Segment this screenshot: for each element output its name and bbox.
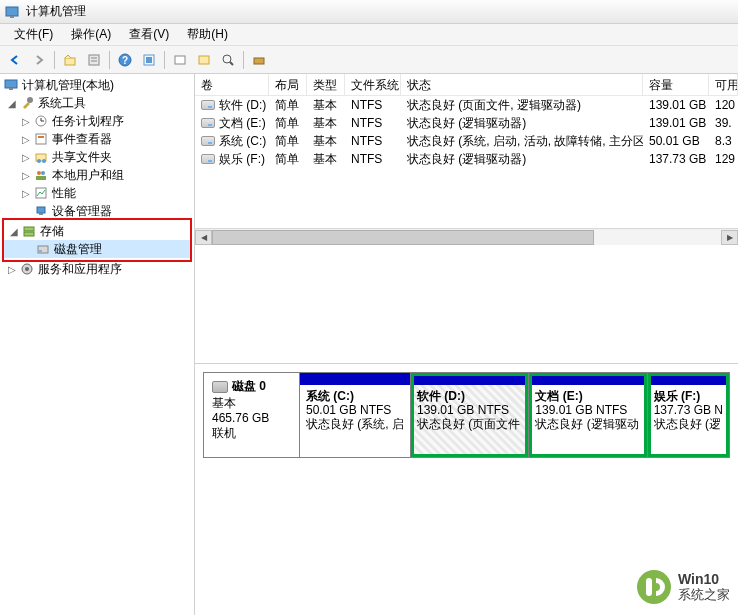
svg-text:?: ? bbox=[122, 55, 128, 66]
svg-point-38 bbox=[637, 570, 671, 604]
drive-icon bbox=[201, 136, 215, 146]
svg-point-12 bbox=[223, 55, 231, 63]
toolbar-separator bbox=[54, 51, 55, 69]
expand-icon[interactable]: ▷ bbox=[20, 134, 32, 145]
svg-rect-10 bbox=[175, 56, 185, 64]
volume-list-body: 软件 (D:) 简单 基本 NTFS 状态良好 (页面文件, 逻辑驱动器) 13… bbox=[195, 96, 738, 168]
scroll-left-button[interactable]: ◀ bbox=[195, 230, 212, 245]
disk-icon bbox=[212, 381, 228, 393]
storage-icon bbox=[21, 223, 37, 239]
menu-help[interactable]: 帮助(H) bbox=[179, 24, 236, 45]
drive-icon bbox=[201, 118, 215, 128]
col-type[interactable]: 类型 bbox=[307, 74, 345, 95]
partition-f[interactable]: 娱乐 (F:) 137.73 GB N 状态良好 (逻 bbox=[648, 373, 729, 457]
main-area: 计算机管理(本地) ◢ 系统工具 ▷ 任务计划程序 ▷ 事件查看器 ▷ 共享文件… bbox=[0, 74, 738, 615]
tb-icon-2[interactable] bbox=[193, 49, 215, 71]
right-panel: 卷 布局 类型 文件系统 状态 容量 可用 软件 (D:) 简单 基本 NTFS… bbox=[195, 74, 738, 615]
svg-point-37 bbox=[25, 267, 29, 271]
up-button[interactable] bbox=[59, 49, 81, 71]
clock-icon bbox=[33, 113, 49, 129]
partition-header bbox=[529, 373, 646, 385]
partition-header bbox=[411, 373, 528, 385]
expand-icon[interactable]: ▷ bbox=[20, 170, 32, 181]
app-icon bbox=[4, 4, 20, 20]
tree-task-scheduler[interactable]: ▷ 任务计划程序 bbox=[2, 112, 192, 130]
volume-row[interactable]: 文档 (E:) 简单 基本 NTFS 状态良好 (逻辑驱动器) 139.01 G… bbox=[195, 114, 738, 132]
tb-icon-3[interactable] bbox=[217, 49, 239, 71]
help-button[interactable]: ? bbox=[114, 49, 136, 71]
drive-icon bbox=[201, 154, 215, 164]
svg-rect-3 bbox=[89, 55, 99, 65]
disk-row: 磁盘 0 基本 465.76 GB 联机 系统 (C:) 50.01 GB NT… bbox=[203, 372, 730, 458]
volume-list-header: 卷 布局 类型 文件系统 状态 容量 可用 bbox=[195, 74, 738, 96]
services-icon bbox=[19, 261, 35, 277]
tb-icon-4[interactable] bbox=[248, 49, 270, 71]
svg-rect-30 bbox=[37, 207, 45, 213]
titlebar: 计算机管理 bbox=[0, 0, 738, 24]
volume-row[interactable]: 软件 (D:) 简单 基本 NTFS 状态良好 (页面文件, 逻辑驱动器) 13… bbox=[195, 96, 738, 114]
tree-local-users[interactable]: ▷ 本地用户和组 bbox=[2, 166, 192, 184]
svg-line-13 bbox=[230, 62, 233, 65]
tree-disk-management[interactable]: 磁盘管理 bbox=[4, 240, 190, 258]
scroll-thumb[interactable] bbox=[212, 230, 594, 245]
partition-d[interactable]: 软件 (D:) 139.01 GB NTFS 状态良好 (页面文件 bbox=[411, 373, 529, 457]
tree-shared-folders[interactable]: ▷ 共享文件夹 bbox=[2, 148, 192, 166]
tree-services-apps[interactable]: ▷ 服务和应用程序 bbox=[2, 260, 192, 278]
svg-rect-14 bbox=[254, 58, 264, 64]
menu-file[interactable]: 文件(F) bbox=[6, 24, 61, 45]
forward-button[interactable] bbox=[28, 49, 50, 71]
expand-icon[interactable]: ▷ bbox=[20, 188, 32, 199]
svg-rect-11 bbox=[199, 56, 209, 64]
tree-storage[interactable]: ◢ 存储 bbox=[4, 222, 190, 240]
svg-rect-32 bbox=[24, 227, 34, 231]
col-capacity[interactable]: 容量 bbox=[643, 74, 709, 95]
scroll-right-button[interactable]: ▶ bbox=[721, 230, 738, 245]
svg-rect-31 bbox=[39, 213, 43, 215]
svg-rect-9 bbox=[146, 57, 152, 63]
logo-icon bbox=[636, 569, 672, 605]
col-status[interactable]: 状态 bbox=[401, 74, 643, 95]
refresh-button[interactable] bbox=[138, 49, 160, 71]
col-free[interactable]: 可用 bbox=[709, 74, 738, 95]
highlight-box: ◢ 存储 磁盘管理 bbox=[2, 218, 192, 262]
volume-row[interactable]: 系统 (C:) 简单 基本 NTFS 状态良好 (系统, 启动, 活动, 故障转… bbox=[195, 132, 738, 150]
watermark-line2: 系统之家 bbox=[678, 587, 730, 603]
col-layout[interactable]: 布局 bbox=[269, 74, 307, 95]
col-volume[interactable]: 卷 bbox=[195, 74, 269, 95]
tree-system-tools[interactable]: ◢ 系统工具 bbox=[2, 94, 192, 112]
tb-icon-1[interactable] bbox=[169, 49, 191, 71]
svg-rect-16 bbox=[9, 88, 13, 90]
back-button[interactable] bbox=[4, 49, 26, 71]
properties-button[interactable] bbox=[83, 49, 105, 71]
partition-e[interactable]: 文档 (E:) 139.01 GB NTFS 状态良好 (逻辑驱动 bbox=[529, 373, 647, 457]
toolbar-separator bbox=[243, 51, 244, 69]
partition-header bbox=[300, 373, 410, 385]
expand-icon[interactable]: ▷ bbox=[20, 152, 32, 163]
svg-rect-22 bbox=[38, 136, 44, 138]
folder-share-icon bbox=[33, 149, 49, 165]
svg-rect-21 bbox=[36, 134, 46, 144]
col-fs[interactable]: 文件系统 bbox=[345, 74, 401, 95]
tree-performance[interactable]: ▷ 性能 bbox=[2, 184, 192, 202]
horizontal-scrollbar[interactable]: ◀ ▶ bbox=[195, 228, 738, 245]
svg-rect-2 bbox=[65, 58, 75, 65]
tree-event-viewer[interactable]: ▷ 事件查看器 bbox=[2, 130, 192, 148]
collapse-icon[interactable]: ◢ bbox=[6, 98, 18, 109]
tree-root[interactable]: 计算机管理(本地) bbox=[2, 76, 192, 94]
menu-action[interactable]: 操作(A) bbox=[63, 24, 119, 45]
scroll-track[interactable] bbox=[212, 230, 721, 245]
watermark-line1: Win10 bbox=[678, 571, 730, 587]
svg-point-27 bbox=[41, 171, 45, 175]
disk-info[interactable]: 磁盘 0 基本 465.76 GB 联机 bbox=[204, 373, 300, 457]
collapse-icon[interactable]: ◢ bbox=[8, 226, 20, 237]
device-icon bbox=[33, 203, 49, 219]
volume-row[interactable]: 娱乐 (F:) 简单 基本 NTFS 状态良好 (逻辑驱动器) 137.73 G… bbox=[195, 150, 738, 168]
svg-rect-1 bbox=[10, 16, 14, 18]
computer-icon bbox=[3, 77, 19, 93]
disk-icon bbox=[35, 241, 51, 257]
tree-panel[interactable]: 计算机管理(本地) ◢ 系统工具 ▷ 任务计划程序 ▷ 事件查看器 ▷ 共享文件… bbox=[0, 74, 195, 615]
expand-icon[interactable]: ▷ bbox=[6, 264, 18, 275]
menu-view[interactable]: 查看(V) bbox=[121, 24, 177, 45]
expand-icon[interactable]: ▷ bbox=[20, 116, 32, 127]
partition-c[interactable]: 系统 (C:) 50.01 GB NTFS 状态良好 (系统, 启 bbox=[300, 373, 411, 457]
